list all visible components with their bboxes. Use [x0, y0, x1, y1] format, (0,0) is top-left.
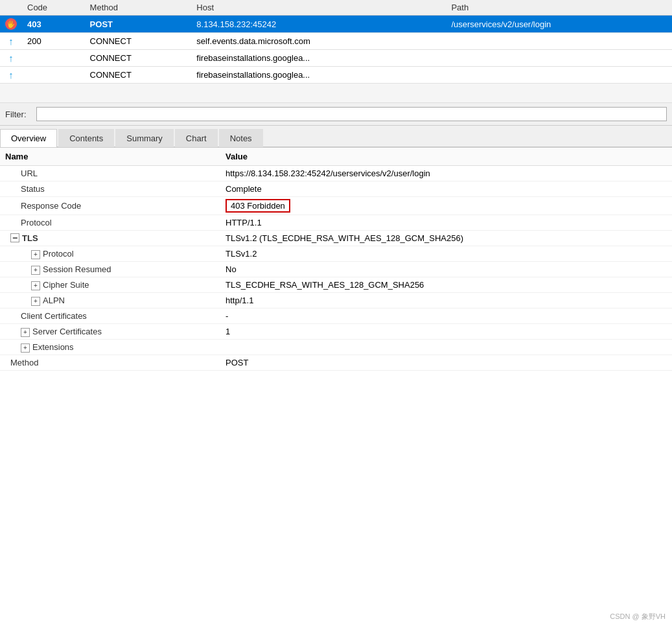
- filter-bar: Filter:: [0, 103, 672, 126]
- table-row[interactable]: 🖐403POST8.134.158.232:45242/userservices…: [0, 16, 672, 33]
- row-host: firebaseinstallations.googleа...: [191, 67, 446, 84]
- detail-row: Response Code403 Forbidden: [0, 197, 672, 215]
- row-path: /userservices/v2/user/login: [446, 16, 672, 33]
- col-header-method: Method: [85, 0, 192, 16]
- row-code: 403: [22, 16, 85, 33]
- detail-row: StatusComplete: [0, 181, 672, 197]
- response-code-box: 403 Forbidden: [226, 199, 290, 213]
- tab-summary[interactable]: Summary: [115, 129, 174, 147]
- detail-row-value: 403 Forbidden: [226, 199, 667, 213]
- detail-row: −TLSTLSv1.2 (TLS_ECDHE_RSA_WITH_AES_128_…: [0, 231, 672, 246]
- detail-row-name: Response Code: [5, 201, 226, 211]
- tab-contents[interactable]: Contents: [58, 129, 114, 147]
- detail-row-name: −TLS: [5, 233, 226, 243]
- detail-row-value: https://8.134.158.232:45242/userservices…: [226, 169, 667, 178]
- expand-plus-icon[interactable]: +: [31, 297, 40, 306]
- detail-row: +ALPNhttp/1.1: [0, 293, 672, 308]
- tab-chart[interactable]: Chart: [175, 129, 218, 147]
- detail-row-name-text: Extensions: [32, 342, 74, 352]
- filter-label: Filter:: [5, 110, 31, 119]
- detail-col-value: Value: [226, 152, 667, 161]
- detail-row-name-text: Client Certificates: [21, 311, 87, 321]
- row-icon: ↑: [0, 50, 22, 67]
- detail-row: Client Certificates-: [0, 308, 672, 324]
- detail-row: +Extensions: [0, 340, 672, 355]
- detail-col-name: Name: [5, 152, 226, 161]
- filter-input[interactable]: [36, 107, 667, 121]
- detail-row-name-text: TLS: [22, 233, 38, 243]
- expand-minus-icon[interactable]: −: [10, 233, 19, 242]
- expand-plus-icon[interactable]: +: [21, 343, 30, 353]
- row-code: 200: [22, 33, 85, 50]
- detail-row-value: No: [226, 264, 667, 274]
- col-header-host: Host: [191, 0, 446, 16]
- detail-row-name: URL: [5, 169, 226, 178]
- arrow-up-icon: ↑: [8, 36, 14, 47]
- row-code: [22, 67, 85, 84]
- detail-row-name-text: Protocol: [43, 249, 74, 259]
- detail-row: URLhttps://8.134.158.232:45242/userservi…: [0, 166, 672, 181]
- detail-row-name-text: Status: [21, 184, 45, 194]
- detail-row-name: Method: [5, 358, 226, 367]
- detail-row-name-text: ALPN: [43, 296, 65, 305]
- arrow-up-icon: ↑: [8, 69, 14, 80]
- col-header-code: Code: [22, 0, 85, 16]
- row-icon: ↑: [0, 67, 22, 84]
- row-icon: ↑: [0, 33, 22, 50]
- request-table: Code Method Host Path 🖐403POST8.134.158.…: [0, 0, 672, 84]
- detail-row-name: +Session Resumed: [5, 264, 226, 275]
- detail-row-name-text: Protocol: [21, 218, 52, 227]
- detail-row-name: +Server Certificates: [5, 327, 226, 337]
- detail-row-name-text: Response Code: [21, 201, 81, 211]
- col-header-path: Path: [446, 0, 672, 16]
- detail-row: +ProtocolTLSv1.2: [0, 246, 672, 262]
- detail-row-value: HTTP/1.1: [226, 218, 667, 227]
- row-method: CONNECT: [85, 67, 192, 84]
- expand-plus-icon[interactable]: +: [21, 328, 30, 337]
- watermark: CSDN @ 象野VH: [610, 612, 666, 622]
- expand-plus-icon[interactable]: +: [31, 250, 40, 259]
- table-row[interactable]: ↑200CONNECTself.events.data.microsoft.co…: [0, 33, 672, 50]
- row-method: CONNECT: [85, 50, 192, 67]
- detail-row-value: TLSv1.2 (TLS_ECDHE_RSA_WITH_AES_128_GCM_…: [226, 233, 667, 243]
- expand-plus-icon[interactable]: +: [31, 281, 40, 290]
- detail-row: MethodPOST: [0, 355, 672, 371]
- col-header-icon: [0, 0, 22, 16]
- detail-row-value: http/1.1: [226, 296, 667, 305]
- detail-row-name-text: URL: [21, 169, 38, 178]
- detail-header: Name Value: [0, 148, 672, 166]
- row-method: POST: [85, 16, 192, 33]
- row-code: [22, 50, 85, 67]
- tabs-bar: OverviewContentsSummaryChartNotes: [0, 126, 672, 148]
- detail-rows: URLhttps://8.134.158.232:45242/userservi…: [0, 166, 672, 371]
- detail-row-name: Client Certificates: [5, 311, 226, 321]
- table-row[interactable]: ↑CONNECTfirebaseinstallations.googleа...: [0, 67, 672, 84]
- detail-row-name: +Extensions: [5, 342, 226, 353]
- tab-overview[interactable]: Overview: [0, 129, 57, 147]
- detail-row-value: TLS_ECDHE_RSA_WITH_AES_128_GCM_SHA256: [226, 280, 667, 290]
- row-icon: 🖐: [0, 16, 22, 33]
- arrow-up-icon: ↑: [8, 52, 14, 64]
- detail-row-name: +ALPN: [5, 296, 226, 306]
- detail-row: ProtocolHTTP/1.1: [0, 215, 672, 231]
- row-path: [446, 50, 672, 67]
- detail-row-name: +Protocol: [5, 249, 226, 259]
- row-host: firebaseinstallations.googleа...: [191, 50, 446, 67]
- row-path: [446, 33, 672, 50]
- detail-row-value: TLSv1.2: [226, 249, 667, 259]
- expand-plus-icon[interactable]: +: [31, 266, 40, 275]
- row-method: CONNECT: [85, 33, 192, 50]
- row-path: [446, 67, 672, 84]
- detail-row-name: Protocol: [5, 218, 226, 227]
- tab-notes[interactable]: Notes: [219, 129, 263, 147]
- detail-row-name-text: Cipher Suite: [43, 280, 89, 290]
- spacer: [0, 84, 672, 103]
- detail-row-name-text: Session Resumed: [43, 264, 111, 274]
- table-row[interactable]: ↑CONNECTfirebaseinstallations.googleа...: [0, 50, 672, 67]
- detail-row-value: Complete: [226, 184, 667, 194]
- detail-row: +Session ResumedNo: [0, 262, 672, 277]
- row-host: self.events.data.microsoft.com: [191, 33, 446, 50]
- detail-panel: Name Value URLhttps://8.134.158.232:4524…: [0, 148, 672, 371]
- detail-row-name-text: Method: [10, 358, 38, 367]
- detail-row-name: +Cipher Suite: [5, 280, 226, 290]
